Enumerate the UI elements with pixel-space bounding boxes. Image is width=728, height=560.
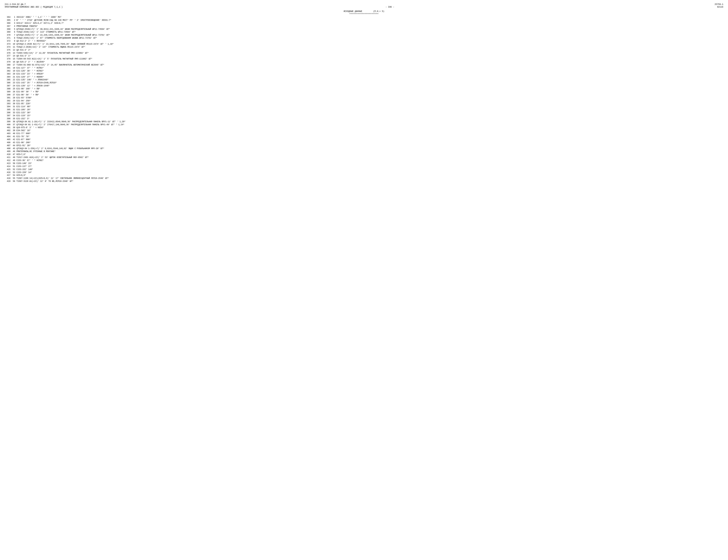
row-number: 384 xyxy=(5,76,11,79)
row-index: 5 xyxy=(11,28,16,31)
row-index: 55 xyxy=(11,177,16,180)
table-row: 39936ЦТСКЦЭ-84 А1 1-18(=7)' 1' 215#12,05… xyxy=(5,120,723,123)
row-number: 370 xyxy=(5,34,11,37)
row-content: 392116' Н9В1' ' ' 1,1' ' ' ' 1000' МЗ* xyxy=(16,16,723,19)
row-index: 4 xyxy=(11,25,16,28)
row-index: 11 xyxy=(11,46,16,49)
row-index: 37 xyxy=(11,123,16,126)
table-row: 37613Т1504-549(=14)' 2' 12,20' ПУСКАТЕЛЬ… xyxy=(5,52,723,55)
row-index: 53 xyxy=(11,171,16,174)
row-index: 28 xyxy=(11,96,16,99)
section-header: ИСХОДНЫЕ ДАННЫЕ (П.Н.= 5) ==============… xyxy=(5,10,723,15)
row-content: ТСКЦЭ-2545(=14)' 1' 87' СТОИМОСТЬ ОБОРУД… xyxy=(16,37,723,40)
row-number: 373 xyxy=(5,43,11,46)
table-row: 37714Ц8-531-3' 1* xyxy=(5,55,723,58)
table-row: 38219Е21-126' 30' ' * НСП02* xyxy=(5,70,723,73)
table-row: 39027Е21-98' 50' ' + ПВ* xyxy=(5,93,723,96)
row-content: Е21-93' 5700* xyxy=(16,96,723,99)
row-index: 9 xyxy=(11,40,16,43)
row-content: ЕР21-91' 20* xyxy=(16,144,723,147)
row-content: Е21-114' 80* xyxy=(16,105,723,108)
row-content: Е21-95' 220* xyxy=(16,102,723,105)
table-row: 37411ТСКЦЭ-2-2630(=14)' 1' 147' СТОИМОСТ… xyxy=(5,46,723,49)
row-number: 411 xyxy=(5,156,11,159)
row-index: 16 xyxy=(11,61,16,64)
row-content: Е21-133' 23' ' + НП020* xyxy=(16,73,723,76)
header-sub: ПРОГРАММНЫЙ КОМПЛЕКС АВС-ЗЕС ( РЕДАКЦИЯ … xyxy=(5,6,723,8)
row-index: 48 xyxy=(11,156,16,159)
row-content: Е21-127' 37' ' * НСП02* xyxy=(16,67,723,70)
row-index: 27 xyxy=(11,93,16,96)
table-row: 40340Е21-77' 600* xyxy=(5,132,723,135)
row-index: 20 xyxy=(11,73,16,76)
row-number: 413 xyxy=(5,162,11,165)
row-number: 418 xyxy=(5,177,11,180)
row-number: 406 xyxy=(5,141,11,144)
row-number: 386 xyxy=(5,81,11,84)
row-content: Т1504-04-543 А12(=14)' 1' 5' ПУСКАТЕЛЬ М… xyxy=(16,58,723,61)
row-index: 21 xyxy=(11,76,16,79)
row-content: Ю' ' ' ' 2718' ДЕТСКИЕ ЯСЛИ-САД НА 140 М… xyxy=(16,19,723,22)
row-content: Е21-129' 27' ' + НБ006* xyxy=(16,76,723,79)
row-index: 50 xyxy=(11,162,16,165)
row-content: Е21-98' 160' ' + ПВ* xyxy=(16,87,723,90)
table-row: 41148Т1517-2491 А16(=22)' 2' 53' ЩИТОК О… xyxy=(5,156,723,159)
row-content: Е21-90' 200* xyxy=(16,141,723,144)
row-number: 408 xyxy=(5,147,11,150)
row-number: 371 xyxy=(5,37,11,40)
table-row: 40441Е21-78' 70* xyxy=(5,135,723,138)
row-content: Е21-87' 900* xyxy=(16,138,723,141)
row-index: 8 xyxy=(11,37,16,40)
row-number: 377 xyxy=(5,55,11,58)
row-content: Т1504-549(=14)' 2' 12,20' ПУСКАТЕЛЬ МАГН… xyxy=(16,52,723,55)
table-row: 39229Е21-94' 250* xyxy=(5,99,723,102)
table-row: 37310ЦТСКЦЭ-2-2630 А2(=7)' 1' 22,6#11,1#… xyxy=(5,43,723,46)
row-number: 385 xyxy=(5,78,11,81)
table-row: 37815Т1504-04-543 А12(=14)' 1' 5' ПУСКАТ… xyxy=(5,58,723,61)
table-row: 40239Е34-502' 18* xyxy=(5,129,723,132)
table-row: 38926Е21-99' 30' ' + ПВ* xyxy=(5,90,723,93)
row-number: 364 xyxy=(5,16,11,19)
row-number: 417 xyxy=(5,174,11,177)
row-number: 409 xyxy=(5,150,11,153)
row-number: 392 xyxy=(5,99,11,102)
row-index: 22 xyxy=(11,78,16,81)
table-row: 38017Т1504-01-060 01-073(=14)' 2' 14,45'… xyxy=(5,64,723,67)
row-index: 13 xyxy=(11,52,16,55)
row-content: Ц8-612-2' 2' ' + ЯОУ8502* xyxy=(16,40,723,43)
row-content: РМАТЕРИАЛЫ,НЕ УЧТЕННЫЕ В МОНТАЖЕ* xyxy=(16,150,723,153)
row-index: 17 xyxy=(11,64,16,67)
row-content: Е34-502' 18* xyxy=(16,129,723,132)
row-number: 393 xyxy=(5,102,11,105)
table-row: 40542Е21-87' 900* xyxy=(5,138,723,141)
row-content: Ц10-975-8' 3' ' + К654* xyxy=(16,126,723,129)
row-index: 43 xyxy=(11,141,16,144)
row-content: ТСКЦЭ-2-2630(=14)' 1' 147' СТОИМОСТЬ ЯЩИ… xyxy=(16,46,723,49)
row-index: 1 xyxy=(11,16,16,19)
table-row: 41855Т1507-1196 14(=22)(Н25=9,9)' 11' 17… xyxy=(5,177,723,180)
row-index: 45 xyxy=(11,147,16,150)
table-row: 38118Е21-127' 37' ' * НСП02* xyxy=(5,67,723,70)
row-content: Е21-152' 3* xyxy=(16,117,723,120)
row-index: 29 xyxy=(11,99,16,102)
row-number: 410 xyxy=(5,153,11,156)
row-index: 42 xyxy=(11,138,16,141)
doc-number: 211-1-534.92 ДА.7 xyxy=(5,3,26,6)
row-content: Е21-119' 15* xyxy=(16,114,723,117)
row-index: 33 xyxy=(11,111,16,114)
row-number: 403 xyxy=(5,132,11,135)
row-number: 388 xyxy=(5,87,11,90)
row-content: С153-36' 67' ' * НСП02* xyxy=(16,159,723,162)
section-underline: ===================== xyxy=(5,12,723,15)
far-right-code: 25759-1 xyxy=(715,3,723,6)
row-content: С153-152' 140* xyxy=(16,168,723,171)
row-index: 26 xyxy=(11,90,16,93)
row-number: 396 xyxy=(5,111,11,114)
row-number: 399 xyxy=(5,120,11,123)
row-index: 30 xyxy=(11,102,16,105)
row-content: Е21-98' 50' ' + ПВ* xyxy=(16,93,723,96)
row-content: Е21-115' 30* xyxy=(16,111,723,114)
row-content: С153-137' 27* xyxy=(16,165,723,168)
row-number: 369 xyxy=(5,31,11,34)
row-content: Т1507-3120 А1(=22)' 12' 8' ТО ЖЕ,ЛСП18-2… xyxy=(16,180,723,183)
